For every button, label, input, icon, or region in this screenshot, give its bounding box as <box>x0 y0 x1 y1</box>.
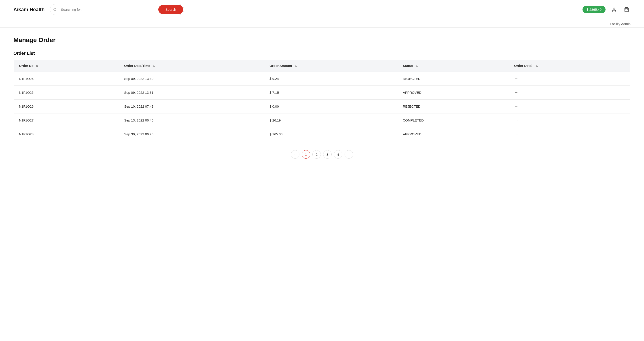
next-page-button[interactable]: › <box>344 150 353 159</box>
table-row: N1F1O27 Sep 13, 2022 06:45 $ 26.19 COMPL… <box>14 113 630 127</box>
sort-icon-order-no[interactable]: ⇅ <box>36 65 38 68</box>
col-order-amount: Order Amount ⇅ <box>264 60 397 72</box>
detail-arrow-icon[interactable]: → <box>514 90 518 95</box>
balance-badge: $ 2865.40 <box>582 6 606 13</box>
page-title: Manage Order <box>14 37 630 44</box>
cell-order-no: N1F1O27 <box>14 113 119 127</box>
order-table: Order No ⇅ Order Date/Time ⇅ Order Amoun… <box>14 60 630 141</box>
cell-order-detail[interactable]: → <box>509 127 630 141</box>
detail-arrow-icon[interactable]: → <box>514 104 518 109</box>
table-row: N1F1O26 Sep 10, 2022 07:49 $ 0.00 REJECT… <box>14 100 630 113</box>
table-body: N1F1O24 Sep 09, 2022 13:30 $ 9.24 REJECT… <box>14 72 630 141</box>
cell-order-detail[interactable]: → <box>509 86 630 100</box>
cell-order-detail[interactable]: → <box>509 113 630 127</box>
sort-icon-order-datetime[interactable]: ⇅ <box>152 65 155 68</box>
sort-icon-status[interactable]: ⇅ <box>416 65 418 68</box>
cell-status: APPROVED <box>397 86 509 100</box>
cell-order-no: N1F1O28 <box>14 127 119 141</box>
cell-status: REJECTED <box>397 72 509 86</box>
table-row: N1F1O24 Sep 09, 2022 13:30 $ 9.24 REJECT… <box>14 72 630 86</box>
sort-icon-order-detail[interactable]: ⇅ <box>536 65 538 68</box>
svg-line-1 <box>56 10 56 11</box>
col-order-detail: Order Detail ⇅ <box>509 60 630 72</box>
cell-order-datetime: Sep 30, 2022 06:26 <box>119 127 264 141</box>
page-button-3[interactable]: 3 <box>323 150 332 159</box>
cell-order-amount: $ 0.00 <box>264 100 397 113</box>
user-icon-button[interactable] <box>610 6 618 14</box>
cell-order-no: N1F1O26 <box>14 100 119 113</box>
cart-icon-button[interactable] <box>622 6 630 14</box>
col-status: Status ⇅ <box>397 60 509 72</box>
col-order-no: Order No ⇅ <box>14 60 119 72</box>
facility-admin-label: Facility Admin <box>610 22 630 26</box>
cell-order-amount: $ 9.24 <box>264 72 397 86</box>
page-content: Manage Order Order List Order No ⇅ Order… <box>0 28 644 168</box>
cell-order-no: N1F1O25 <box>14 86 119 100</box>
sort-icon-order-amount[interactable]: ⇅ <box>294 65 297 68</box>
prev-page-button[interactable]: ‹ <box>291 150 300 159</box>
cell-order-detail[interactable]: → <box>509 72 630 86</box>
logo: Aikam Health <box>14 7 44 13</box>
table-row: N1F1O25 Sep 09, 2022 13:31 $ 7.15 APPROV… <box>14 86 630 100</box>
cell-order-amount: $ 165.30 <box>264 127 397 141</box>
table-header: Order No ⇅ Order Date/Time ⇅ Order Amoun… <box>14 60 630 72</box>
page-button-1[interactable]: 1 <box>302 150 310 159</box>
cell-order-detail[interactable]: → <box>509 100 630 113</box>
cell-status: REJECTED <box>397 100 509 113</box>
header-right: $ 2865.40 <box>582 6 630 14</box>
search-bar: Search <box>50 4 184 15</box>
cell-status: APPROVED <box>397 127 509 141</box>
facility-admin-row: Facility Admin <box>0 19 644 28</box>
detail-arrow-icon[interactable]: → <box>514 118 518 122</box>
search-input[interactable] <box>60 5 158 14</box>
col-order-datetime: Order Date/Time ⇅ <box>119 60 264 72</box>
cell-order-no: N1F1O24 <box>14 72 119 86</box>
cell-order-datetime: Sep 09, 2022 13:30 <box>119 72 264 86</box>
table-row: N1F1O28 Sep 30, 2022 06:26 $ 165.30 APPR… <box>14 127 630 141</box>
cell-status: COMPLETED <box>397 113 509 127</box>
cell-order-datetime: Sep 13, 2022 06:45 <box>119 113 264 127</box>
page-button-2[interactable]: 2 <box>312 150 321 159</box>
cell-order-amount: $ 7.15 <box>264 86 397 100</box>
cell-order-amount: $ 26.19 <box>264 113 397 127</box>
detail-arrow-icon[interactable]: → <box>514 132 518 136</box>
svg-point-2 <box>613 8 615 9</box>
cell-order-datetime: Sep 09, 2022 13:31 <box>119 86 264 100</box>
search-button[interactable]: Search <box>158 5 183 14</box>
cell-order-datetime: Sep 10, 2022 07:49 <box>119 100 264 113</box>
page-button-4[interactable]: 4 <box>334 150 342 159</box>
section-title: Order List <box>14 51 630 56</box>
header: Aikam Health Search $ 2865.40 <box>0 0 644 19</box>
pagination: ‹ 1 2 3 4 › <box>14 150 630 159</box>
search-icon <box>50 6 60 14</box>
detail-arrow-icon[interactable]: → <box>514 76 518 81</box>
